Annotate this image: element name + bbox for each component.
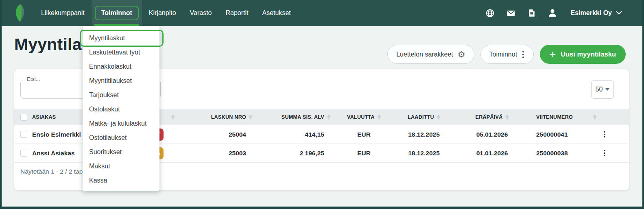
actions-button-label: Toiminnot xyxy=(489,51,517,58)
row-kebab-button[interactable] xyxy=(602,130,629,139)
menu-item-ostolaskut[interactable]: Ostolaskut xyxy=(83,102,159,116)
topbar-right-section: Esimerkki Oy xyxy=(485,8,642,18)
document-icon[interactable] xyxy=(527,8,537,18)
sort-icon[interactable] xyxy=(437,115,440,120)
cell-total: 2 196,25 xyxy=(260,150,338,157)
app-window: Liikekumppanit Toiminnot Kirjanpito Vara… xyxy=(2,0,642,207)
menu-item-laskutettavat-tyot[interactable]: Laskutettavat työt xyxy=(83,45,159,59)
nav-item-raportit[interactable]: Raportit xyxy=(219,0,255,26)
page-size-select[interactable]: 50 xyxy=(591,80,614,99)
cell-reference: 250000038 xyxy=(526,150,602,157)
kebab-icon xyxy=(522,50,525,59)
nav-item-liikekumppanit[interactable]: Liikekumppanit xyxy=(34,0,92,26)
search-label: Etsi... xyxy=(25,76,42,82)
menu-item-suoritukset[interactable]: Suoritukset xyxy=(83,145,159,159)
toiminnot-highlight-border: Toiminnot xyxy=(95,6,139,20)
header-cell-viitenumero[interactable]: VIITENUMERO xyxy=(526,114,602,120)
sort-icon[interactable] xyxy=(506,115,509,120)
row-checkbox[interactable] xyxy=(20,131,27,138)
header-cell-summa[interactable]: SUMMA SIS. ALV xyxy=(260,114,338,120)
menu-item-ennakkolaskut[interactable]: Ennakkolaskut xyxy=(83,59,159,74)
row-checkbox[interactable] xyxy=(20,150,27,157)
app-leaf-logo[interactable] xyxy=(12,3,27,23)
select-all-checkbox[interactable] xyxy=(20,114,27,121)
company-menu[interactable]: Esimerkki Oy xyxy=(571,9,622,17)
nav-item-toiminnot[interactable]: Toiminnot xyxy=(92,0,142,26)
sort-icon[interactable] xyxy=(327,115,330,120)
cell-created: 18.12.2025 xyxy=(389,150,458,157)
menu-item-matka-ja-kululaskut[interactable]: Matka- ja kululaskut xyxy=(83,116,159,131)
sort-icon[interactable] xyxy=(378,115,381,120)
cell-due: 05.01.2026 xyxy=(458,131,526,138)
header-cell-erapaiva[interactable]: ERÄPÄIVÄ xyxy=(458,114,526,120)
menu-item-tarjoukset[interactable]: Tarjoukset xyxy=(83,88,159,102)
cell-due: 01.01.2026 xyxy=(458,150,526,157)
cell-created: 18.12.2025 xyxy=(389,131,458,138)
cell-reference: 250000041 xyxy=(526,131,602,138)
chevron-down-icon xyxy=(616,11,622,15)
nav-item-kirjanpito[interactable]: Kirjanpito xyxy=(142,0,183,26)
header-cell-laadittu[interactable]: LAADITTU xyxy=(389,114,458,120)
nav-items: Liikekumppanit Toiminnot Kirjanpito Vara… xyxy=(34,0,298,26)
caret-down-icon xyxy=(605,88,609,91)
menu-item-kassa[interactable]: Kassa xyxy=(83,173,159,187)
sort-icon[interactable] xyxy=(171,115,175,120)
new-invoice-button[interactable]: + Uusi myyntilasku xyxy=(540,45,626,64)
top-navigation-bar: Liikekumppanit Toiminnot Kirjanpito Vara… xyxy=(2,0,642,26)
menu-item-maksut[interactable]: Maksut xyxy=(83,159,159,173)
sort-icon[interactable] xyxy=(249,115,252,120)
mail-icon[interactable] xyxy=(506,8,516,18)
cell-total: 414,15 xyxy=(260,131,338,138)
menu-item-myyntitilaukset[interactable]: Myyntitilaukset xyxy=(83,74,159,88)
user-icon[interactable] xyxy=(548,8,557,18)
cell-invoice-no: 25004 xyxy=(178,131,260,138)
sort-icon[interactable] xyxy=(593,115,596,120)
company-name: Esimerkki Oy xyxy=(571,9,612,17)
toiminnot-dropdown-menu: Myyntilaskut Laskutettavat työt Ennakkol… xyxy=(83,26,159,191)
plus-icon: + xyxy=(550,49,556,59)
page-size-value: 50 xyxy=(596,86,603,93)
header-cell-laskun-nro[interactable]: LASKUN NRO xyxy=(178,114,260,120)
row-kebab-button[interactable] xyxy=(602,148,629,158)
menu-item-myyntilaskut[interactable]: Myyntilaskut xyxy=(83,31,159,45)
actions-button[interactable]: Toiminnot xyxy=(480,45,534,64)
nav-item-asetukset[interactable]: Asetukset xyxy=(255,0,298,26)
columns-button-label: Luettelon sarakkeet xyxy=(396,51,453,58)
globe-icon[interactable] xyxy=(485,8,495,18)
new-invoice-button-label: Uusi myyntilasku xyxy=(561,50,616,58)
menu-item-ostotilaukset[interactable]: Ostotilaukset xyxy=(83,131,159,145)
header-cell-valuutta[interactable]: VALUUTTA xyxy=(338,114,389,120)
gear-icon: ⚙ xyxy=(458,50,465,59)
cell-currency: EUR xyxy=(338,150,389,157)
columns-button[interactable]: Luettelon sarakkeet ⚙ xyxy=(387,45,474,64)
nav-item-varasto[interactable]: Varasto xyxy=(183,0,219,26)
cell-currency: EUR xyxy=(338,131,389,138)
toolbar: Luettelon sarakkeet ⚙ Toiminnot + Uusi m… xyxy=(387,45,626,64)
cell-invoice-no: 25003 xyxy=(178,150,260,157)
